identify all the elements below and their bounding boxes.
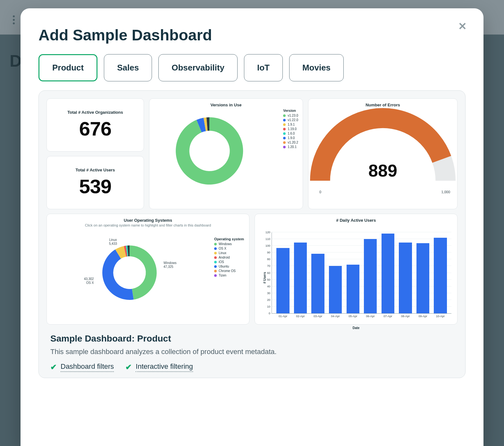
card-user-operating-systems: User Operating Systems Click on an opera… xyxy=(46,214,249,325)
legend-item[interactable]: OS X xyxy=(214,246,244,251)
legend-item[interactable]: iOS xyxy=(214,260,244,264)
card-title: User Operating Systems xyxy=(47,214,249,223)
bar xyxy=(382,234,394,313)
bar xyxy=(434,238,447,313)
legend-title: Operating system xyxy=(214,237,244,241)
gauge-value: 889 xyxy=(368,161,397,180)
versions-legend: Version v1.23.0v1.22.01.9.11.19.01.6.01.… xyxy=(283,108,298,149)
legend-item[interactable]: 1.20.1 xyxy=(283,145,298,149)
legend-item[interactable]: v1.22.0 xyxy=(283,118,298,122)
x-axis-label: Date xyxy=(353,326,360,330)
legend-label: v1.22.0 xyxy=(288,118,298,122)
legend-swatch-icon xyxy=(214,252,217,254)
gauge-max-tick: 1,000 xyxy=(441,190,450,194)
x-tick: 07-Apr xyxy=(383,313,392,318)
callout-windows: Windows 47,325 xyxy=(164,261,177,269)
legend-item[interactable]: Windows xyxy=(214,242,244,246)
y-tick: 20 xyxy=(267,298,272,301)
card-subtitle: Click on an operating system name to hig… xyxy=(47,223,249,227)
tab-iot[interactable]: IoT xyxy=(244,54,283,81)
tab-movies[interactable]: Movies xyxy=(289,54,344,81)
versions-donut-chart xyxy=(166,108,253,194)
x-tick: 04-Apr xyxy=(331,313,340,318)
y-tick: 90 xyxy=(267,251,272,254)
y-tick: 0 xyxy=(269,312,272,315)
legend-item[interactable]: 1.9.1 xyxy=(283,122,298,127)
legend-label: iOS xyxy=(219,260,224,264)
close-button[interactable]: ✕ xyxy=(455,19,469,33)
legend-label: 1.9.1 xyxy=(288,122,295,127)
legend-swatch-icon xyxy=(283,119,286,121)
y-tick: 70 xyxy=(267,264,272,268)
check-icon: ✔ xyxy=(50,363,57,372)
bar xyxy=(276,248,289,314)
legend-item[interactable]: v1.23.0 xyxy=(283,113,298,118)
y-tick: 110 xyxy=(265,237,272,241)
legend-item[interactable]: 1.9.0 xyxy=(283,136,298,140)
legend-swatch-icon xyxy=(283,146,286,148)
legend-label: Tizen xyxy=(219,273,226,278)
stat-value: 539 xyxy=(79,175,111,198)
close-icon: ✕ xyxy=(458,20,467,32)
modal-title: Add Sample Dashboard xyxy=(38,26,466,44)
feature-item: ✔Dashboard filters xyxy=(50,362,114,372)
os-donut-chart xyxy=(97,241,162,305)
legend-label: v1.23.0 xyxy=(288,113,298,118)
add-sample-dashboard-modal: ✕ Add Sample Dashboard ProductSalesObser… xyxy=(21,8,483,446)
sample-tabs: ProductSalesObservabilityIoTMovies xyxy=(38,54,466,81)
legend-label: Chrome OS xyxy=(219,269,236,273)
x-tick: 02-Apr xyxy=(296,313,305,318)
legend-label: Ubuntu xyxy=(219,264,229,269)
legend-label: 1.20.1 xyxy=(288,145,297,149)
tab-sales[interactable]: Sales xyxy=(104,54,152,81)
dashboard-preview-pane: Total # Active Organizations 676 Total #… xyxy=(38,90,466,378)
bar xyxy=(294,243,307,313)
tab-observability[interactable]: Observability xyxy=(158,54,238,81)
callout-osx: 43,302 OS X xyxy=(84,277,94,285)
legend-swatch-icon xyxy=(283,132,286,135)
os-legend: Operating system WindowsOS XLinuxAndroid… xyxy=(214,237,244,278)
card-title: Total # Active Users xyxy=(73,168,118,172)
sample-info-heading: Sample Dashboard: Product xyxy=(50,334,454,344)
x-tick: 05-Apr xyxy=(349,313,357,318)
legend-swatch-icon xyxy=(214,270,217,272)
legend-item[interactable]: Tizen xyxy=(214,273,244,278)
feature-label[interactable]: Dashboard filters xyxy=(61,362,114,372)
x-tick: 01-Apr xyxy=(279,313,287,318)
legend-swatch-icon xyxy=(214,265,217,268)
legend-item[interactable]: Linux xyxy=(214,251,244,255)
y-tick: 30 xyxy=(267,292,272,295)
card-title: Number of Errors xyxy=(308,99,457,107)
x-tick: 09-Apr xyxy=(418,313,427,318)
legend-title: Version xyxy=(283,108,298,113)
card-title: Total # Active Organizations xyxy=(65,110,125,115)
card-active-organizations: Total # Active Organizations 676 xyxy=(46,98,144,152)
card-versions-in-use: Versions in Use xyxy=(149,98,303,209)
legend-item[interactable]: v1.20.2 xyxy=(283,140,298,145)
card-active-users: Total # Active Users 539 xyxy=(46,156,144,209)
gridline xyxy=(272,239,451,239)
legend-label: Linux xyxy=(219,251,226,255)
y-tick: 10 xyxy=(267,305,272,308)
y-tick: 120 xyxy=(265,231,272,234)
y-axis-label: # Users xyxy=(263,272,266,284)
bar xyxy=(364,239,377,313)
legend-label: Windows xyxy=(219,242,232,246)
legend-swatch-icon xyxy=(214,261,217,263)
legend-item[interactable]: 1.6.0 xyxy=(283,131,298,136)
legend-item[interactable]: Chrome OS xyxy=(214,269,244,273)
legend-item[interactable]: Android xyxy=(214,255,244,260)
legend-item[interactable]: Ubuntu xyxy=(214,264,244,269)
legend-label: OS X xyxy=(219,246,226,251)
legend-swatch-icon xyxy=(214,243,217,245)
legend-item[interactable]: 1.19.0 xyxy=(283,127,298,131)
legend-swatch-icon xyxy=(283,123,286,126)
feature-label[interactable]: Interactive filtering xyxy=(136,362,193,372)
bar xyxy=(416,243,429,313)
y-tick: 40 xyxy=(267,285,272,288)
feature-item: ✔Interactive filtering xyxy=(125,362,193,372)
tab-product[interactable]: Product xyxy=(38,54,97,81)
legend-swatch-icon xyxy=(283,141,286,144)
y-tick: 80 xyxy=(267,258,272,261)
gridline xyxy=(272,232,451,232)
